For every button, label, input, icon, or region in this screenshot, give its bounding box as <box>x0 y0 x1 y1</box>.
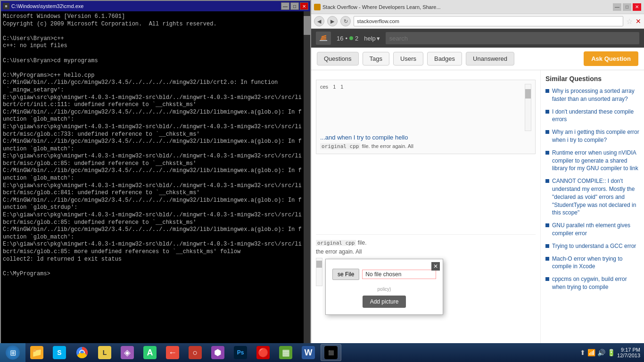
skype-icon: S <box>53 346 66 359</box>
taskbar-apps: 📁 S L ◈ A ← <box>25 343 342 362</box>
taskbar-app-photo[interactable]: L <box>94 344 115 361</box>
similar-link-2[interactable]: I don't understand these compile errors <box>552 108 639 124</box>
similar-bullet-9 <box>545 277 549 281</box>
start-button[interactable]: ⊞ <box>0 343 25 362</box>
similar-bullet-1 <box>545 89 549 93</box>
cmd-output: Microsoft Windows [Version 6.1.7601] Cop… <box>3 13 308 278</box>
similar-item-7: Trying to understand a GCC error <box>545 242 639 250</box>
similar-item-5: CANNOT COMPILE:: I don't understand my e… <box>545 177 639 217</box>
bookmark-icon[interactable]: ☆ <box>626 17 633 26</box>
similar-questions-heading: Similar Questions <box>545 75 639 82</box>
tab-unanswered[interactable]: Unanswered <box>466 52 514 66</box>
refresh-button[interactable]: ↻ <box>340 16 351 26</box>
so-tabs-bar: Questions Tags Users Badges Unanswered A… <box>311 48 644 70</box>
back-button[interactable]: ◀ <box>314 16 324 26</box>
browser-close-button[interactable]: ✕ <box>633 3 641 11</box>
so-help-label: help <box>364 35 376 42</box>
similar-item-4: Runtime error when using nVIDIA compiler… <box>545 149 639 173</box>
svg-rect-1 <box>321 38 326 40</box>
battery-icon[interactable]: 🔋 <box>607 349 615 356</box>
browser-minimize-button[interactable]: — <box>613 3 621 11</box>
cmd-scrollbar[interactable] <box>304 11 310 348</box>
similar-link-9[interactable]: cppcms on cygwin, build error when tryin… <box>552 275 639 291</box>
address-bar[interactable] <box>354 16 623 26</box>
upload-dialog-close-button[interactable]: ✕ <box>431 262 440 271</box>
taskbar-app-6[interactable]: A <box>140 344 160 361</box>
taskbar-app-photoshop[interactable]: Ps <box>230 344 251 361</box>
taskbar-clock[interactable]: 9:17 PM 12/7/2013 <box>617 347 640 358</box>
cmd-icon: ■ <box>3 3 9 9</box>
similar-item-8: Mach-O error when trying to compile in X… <box>545 255 639 271</box>
choose-file-button[interactable]: se File <box>332 269 359 280</box>
so-dot-divider: • <box>345 35 347 42</box>
so-badge-dot <box>349 36 353 40</box>
taskbar-app-11[interactable]: 🔴 <box>253 344 273 361</box>
similar-bullet-4 <box>545 151 549 155</box>
browser-x-icon[interactable]: ✕ <box>636 17 641 25</box>
similar-link-7[interactable]: Trying to understand a GCC error <box>552 242 636 250</box>
taskbar-app-word[interactable]: W <box>298 344 319 361</box>
word-icon: W <box>302 346 315 359</box>
chrome-icon <box>75 346 89 359</box>
taskbar-app-7[interactable]: ← <box>162 344 183 361</box>
so-help-menu[interactable]: help ▾ <box>364 35 380 42</box>
so-logo-icon <box>319 33 328 43</box>
taskbar-app-chrome[interactable] <box>72 344 92 361</box>
similar-link-6[interactable]: GNU parallel nth element gives compiler … <box>552 222 639 238</box>
similar-link-5[interactable]: CANNOT COMPILE:: I don't understand my e… <box>552 177 639 217</box>
cmd-minimize-button[interactable]: — <box>281 2 289 10</box>
cmd-window[interactable]: ■ C:\Windows\system32\cmd.exe — □ ✕ Micr… <box>0 0 311 349</box>
svg-rect-0 <box>320 40 327 41</box>
similar-link-3[interactable]: Why am i getting this compile error when… <box>552 128 639 144</box>
similar-link-4[interactable]: Runtime error when using nVIDIA compiler… <box>552 149 639 173</box>
start-orb: ⊞ <box>6 346 20 360</box>
similar-link-8[interactable]: Mach-O error when trying to compile in X… <box>552 255 639 271</box>
answer-count: 1 <box>333 84 336 131</box>
view-count: 1 <box>340 84 343 131</box>
taskbar-app-5[interactable]: ◈ <box>117 344 138 361</box>
question-title[interactable]: ...and when I try to compile hello <box>320 134 531 141</box>
forward-button[interactable]: ▶ <box>327 16 338 26</box>
browser-maximize-button[interactable]: □ <box>623 3 631 11</box>
similar-link-1[interactable]: Why is processing a sorted array faster … <box>552 87 639 103</box>
cmd-close-button[interactable]: ✕ <box>300 2 308 10</box>
tab-tags[interactable]: Tags <box>363 52 389 66</box>
similar-bullet-3 <box>545 130 549 134</box>
ask-question-button[interactable]: Ask Question <box>584 51 638 66</box>
so-logo[interactable] <box>316 32 331 45</box>
so-browser-window: Stack Overflow - Where Developers Learn,… <box>311 0 644 362</box>
volume-icon[interactable]: 🔊 <box>597 349 605 356</box>
similar-questions-sidebar: Similar Questions Why is processing a so… <box>540 70 644 362</box>
so-badge-count: 2 <box>355 35 358 42</box>
taskbar-app-9[interactable]: ⬢ <box>207 344 228 361</box>
cmd-maximize-button[interactable]: □ <box>290 2 299 10</box>
tab-badges[interactable]: Badges <box>427 52 462 66</box>
taskbar-app-skype[interactable]: S <box>49 344 70 361</box>
app9-icon: ⬢ <box>211 346 224 359</box>
tray-icon-1[interactable]: ⬆ <box>580 349 586 356</box>
taskbar-app-minecraft[interactable]: ▦ <box>275 344 296 361</box>
app5-icon: ◈ <box>121 346 134 359</box>
cmd-titlebar: ■ C:\Windows\system32\cmd.exe — □ ✕ <box>1 1 310 11</box>
vote-count: ces <box>320 84 328 131</box>
similar-item-6: GNU parallel nth element gives compiler … <box>545 222 639 238</box>
question-scrollbar[interactable] <box>525 84 531 131</box>
taskbar-app-8[interactable]: ○ <box>185 344 206 361</box>
question-card: ces 1 1 ...and when I try to compile hel… <box>316 80 536 154</box>
cmd-scrollbar-thumb[interactable] <box>304 16 310 35</box>
network-icon[interactable]: 📶 <box>587 349 595 356</box>
similar-item-2: I don't understand these compile errors <box>545 108 639 124</box>
lower-scrollbar[interactable] <box>316 258 322 286</box>
add-picture-button[interactable]: Add picture <box>363 296 406 308</box>
tab-questions[interactable]: Questions <box>317 52 359 66</box>
tab-users[interactable]: Users <box>393 52 423 66</box>
cmd-content-area[interactable]: Microsoft Windows [Version 6.1.7601] Cop… <box>1 11 310 348</box>
taskbar-app-explorer[interactable]: 📁 <box>26 344 47 361</box>
taskbar-app-cmd[interactable]: ⬛ <box>321 344 341 361</box>
so-help-dropdown-icon: ▾ <box>377 35 380 42</box>
taskbar-date-display: 12/7/2013 <box>617 353 640 358</box>
question-scrollbar-thumb[interactable] <box>525 89 531 99</box>
so-search-input[interactable] <box>386 32 639 44</box>
lower-scrollbar-thumb[interactable] <box>316 261 322 268</box>
browser-chrome: ◀ ▶ ↻ ☆ ✕ <box>311 14 644 29</box>
